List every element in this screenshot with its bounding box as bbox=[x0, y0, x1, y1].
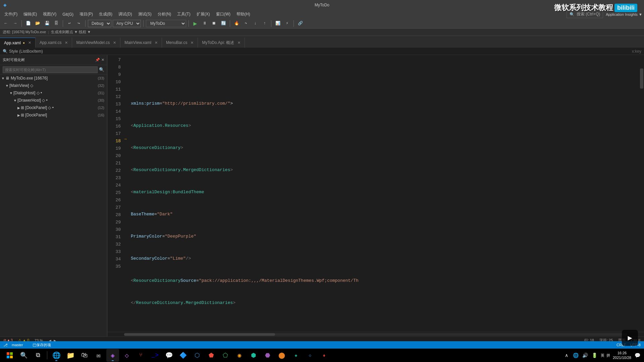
menu-project[interactable]: 项目(P) bbox=[77, 10, 96, 18]
taskbar-extra2[interactable]: ⬡ bbox=[191, 349, 204, 362]
menu-analyze[interactable]: 分析(N) bbox=[155, 10, 174, 18]
menu-test[interactable]: 测试(S) bbox=[136, 10, 154, 18]
toolbar-diagnostics[interactable]: 📊 bbox=[274, 20, 282, 27]
tray-chevron[interactable]: ∧ bbox=[563, 352, 570, 359]
app-insights[interactable]: Application Insights ▼ bbox=[606, 12, 642, 16]
run-button[interactable]: ▶ bbox=[191, 20, 199, 27]
menu-git[interactable]: Git(G) bbox=[60, 11, 76, 18]
taskbar-extra6[interactable]: ⬢ bbox=[247, 349, 260, 362]
horizontal-scrollbar[interactable] bbox=[107, 332, 644, 337]
sidebar-close[interactable]: ✕ bbox=[101, 58, 104, 62]
taskbar-files[interactable]: 📁 bbox=[64, 349, 77, 362]
toolbar-back[interactable]: ← bbox=[2, 20, 10, 27]
taskbar-wechat[interactable]: 💬 bbox=[163, 349, 175, 362]
taskbar-extra10[interactable]: ⬦ bbox=[304, 349, 316, 362]
menu-build[interactable]: 生成(B) bbox=[96, 10, 115, 18]
taskbar-git[interactable]: ⑂ bbox=[135, 349, 147, 362]
tab-app-xaml-cs[interactable]: App.xaml.cs ✕ bbox=[36, 38, 72, 48]
search-box[interactable]: 🔍 搜索 (Ctrl+Q) bbox=[567, 11, 603, 18]
tree-item-dockpanel2[interactable]: ▶ ⊞ [DockPanel] (16) bbox=[0, 111, 107, 119]
tab-close-app-xaml[interactable]: ✕ bbox=[28, 41, 31, 45]
toolbar-stop[interactable]: ⏹ bbox=[210, 20, 218, 27]
menu-debug[interactable]: 调试(D) bbox=[116, 10, 135, 18]
menu-extensions[interactable]: 扩展(X) bbox=[194, 10, 213, 18]
taskbar-edge[interactable]: 🌐 bbox=[50, 349, 63, 362]
toolbar-step-out[interactable]: ↑ bbox=[261, 20, 269, 27]
tab-close-menubar[interactable]: ✕ bbox=[191, 41, 194, 45]
search-taskbar-button[interactable]: 🔍 bbox=[17, 349, 30, 362]
maximize-button[interactable]: □ bbox=[610, 0, 625, 10]
tab-mainview[interactable]: MainView.xaml ✕ bbox=[120, 38, 162, 48]
code-content[interactable]: xmlns:prism="http://prismlibrary.com/"> … bbox=[129, 55, 639, 332]
tab-close-mainviewmodel[interactable]: ✕ bbox=[113, 41, 116, 45]
toolbar-step-into[interactable]: ↓ bbox=[251, 20, 259, 27]
taskbar-extra5[interactable]: ◉ bbox=[233, 349, 246, 362]
project-dropdown[interactable]: MyToDo bbox=[146, 20, 186, 27]
taskbar-extra8[interactable]: ⬤ bbox=[275, 349, 288, 362]
scroll-thumb-h[interactable] bbox=[124, 333, 275, 336]
sidebar-search-btn[interactable]: 🔍 bbox=[99, 67, 104, 72]
menu-edit[interactable]: 编辑(E) bbox=[21, 10, 40, 18]
taskbar-mail[interactable]: ✉ bbox=[92, 349, 105, 362]
menu-help[interactable]: 帮助(H) bbox=[234, 10, 253, 18]
taskbar-vs2[interactable]: ◇ bbox=[120, 349, 133, 362]
toolbar-redo[interactable]: ↪ bbox=[75, 20, 83, 27]
minimize-button[interactable]: ─ bbox=[594, 0, 610, 10]
tab-menubar[interactable]: MenuBar.cs ✕ bbox=[162, 38, 198, 48]
tab-menubar-label: MenuBar.cs bbox=[166, 40, 187, 45]
start-button[interactable] bbox=[3, 349, 16, 362]
toolbar-undo[interactable]: ↩ bbox=[65, 20, 73, 27]
taskbar-extra1[interactable]: 🔷 bbox=[177, 349, 190, 362]
sidebar-search-input[interactable] bbox=[3, 66, 98, 73]
taskbar-extra3[interactable]: ⬟ bbox=[205, 349, 218, 362]
tab-app-xaml[interactable]: App.xaml ● ✕ bbox=[0, 38, 36, 48]
sidebar-pin[interactable]: 📌 bbox=[95, 58, 100, 62]
toolbar-save[interactable]: 💾 bbox=[43, 20, 51, 27]
taskbar-extra7[interactable]: ⬣ bbox=[261, 349, 274, 362]
scroll-thumb[interactable] bbox=[640, 68, 643, 89]
toolbar-hot-reload[interactable]: 🔥 bbox=[232, 20, 240, 27]
wechat-icon: 💬 bbox=[165, 352, 173, 359]
toolbar-step-over[interactable]: ↷ bbox=[242, 20, 250, 27]
tree-item-root[interactable]: ▼ 🖥 MyToDo.exe [16676] (33) bbox=[0, 74, 107, 82]
tree-item-dockpanel1[interactable]: ▶ ⊞ [DockPanel] ◇ • (12) bbox=[0, 104, 107, 111]
tree-item-mainview[interactable]: ▼ [MainView] ◇ (32) bbox=[0, 82, 107, 89]
toolbar-pause[interactable]: ⏸ bbox=[201, 20, 209, 27]
taskbar-extra11[interactable]: ⬧ bbox=[318, 349, 330, 362]
taskbar-store[interactable]: 🛍 bbox=[78, 349, 91, 362]
debug-mode-dropdown[interactable]: Debug bbox=[88, 20, 111, 27]
toolbar-perf[interactable]: ⚡ bbox=[283, 20, 291, 27]
menu-view[interactable]: 视图(V) bbox=[40, 10, 59, 18]
toolbar-new[interactable]: 📄 bbox=[24, 20, 32, 27]
tree-item-dialoghost[interactable]: ▼ [DialogHost] ◇ • (31) bbox=[0, 89, 107, 97]
tab-close-app-xaml-cs[interactable]: ✕ bbox=[65, 41, 68, 45]
title-bar-title: MyToDo bbox=[315, 3, 329, 7]
tray-volume[interactable]: 🔊 bbox=[582, 352, 589, 359]
tray-notifications[interactable]: 💬 bbox=[634, 352, 641, 359]
menu-window[interactable]: 窗口(W) bbox=[213, 10, 233, 18]
tree-item-drawerhost[interactable]: ▼ [DrawerHost] ◇ • (30) bbox=[0, 97, 107, 104]
task-view-button[interactable]: ⧉ bbox=[32, 349, 44, 362]
taskbar-extra9[interactable]: ⬥ bbox=[289, 349, 302, 362]
tab-close-mytodo-api[interactable]: ✕ bbox=[237, 41, 240, 45]
tray-battery[interactable]: 🔋 bbox=[591, 352, 598, 359]
tab-close-mainview[interactable]: ✕ bbox=[155, 41, 158, 45]
vertical-scrollbar[interactable] bbox=[639, 55, 644, 332]
tab-mainviewmodel[interactable]: MainViewModel.cs ✕ bbox=[72, 38, 120, 48]
toolbar-forward[interactable]: → bbox=[11, 20, 19, 27]
taskbar-powershell[interactable]: _> bbox=[149, 349, 161, 362]
taskbar-vs[interactable]: ◈ bbox=[106, 349, 119, 362]
system-clock[interactable]: 16:26 2021/10/28 bbox=[613, 351, 631, 360]
toolbar-restart[interactable]: 🔄 bbox=[219, 20, 227, 27]
tray-network[interactable]: 🌐 bbox=[573, 352, 579, 359]
menu-tools[interactable]: 工具(T) bbox=[174, 10, 193, 18]
tab-mytodo-api[interactable]: MyToDo.Api: 概述 ✕ bbox=[198, 38, 245, 48]
toolbar-save-all[interactable]: 🗄 bbox=[52, 20, 60, 27]
bilibili-play-button[interactable]: ▶ bbox=[622, 330, 638, 346]
platform-dropdown[interactable]: Any CPU bbox=[113, 20, 141, 27]
taskbar-extra4[interactable]: ⬠ bbox=[219, 349, 232, 362]
close-button[interactable]: ✕ bbox=[625, 0, 641, 10]
toolbar-attach[interactable]: 🔗 bbox=[296, 20, 304, 27]
menu-file[interactable]: 文件(F) bbox=[2, 10, 20, 18]
toolbar-open[interactable]: 📂 bbox=[34, 20, 42, 27]
